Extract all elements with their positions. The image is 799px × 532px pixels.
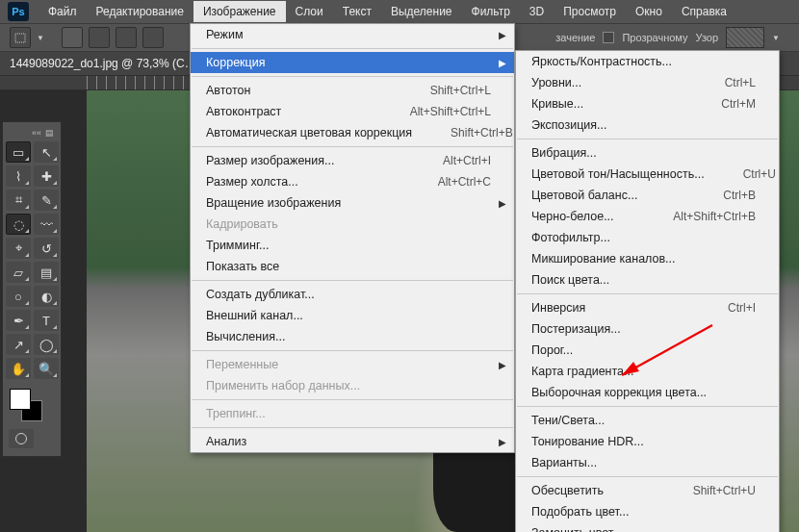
- adjust-menu-item-1[interactable]: Уровни...Ctrl+L: [516, 72, 779, 93]
- tool-eraser[interactable]: ▱: [6, 262, 31, 283]
- image-menu-item-24[interactable]: Анализ▶: [191, 431, 514, 452]
- quick-mask-button[interactable]: [9, 429, 34, 448]
- adjust-menu-item-23[interactable]: ОбесцветитьShift+Ctrl+U: [516, 480, 779, 501]
- tool-eyedropper[interactable]: ✎: [34, 190, 59, 211]
- menu-окно[interactable]: Окно: [626, 1, 672, 22]
- adjust-menu-item-2[interactable]: Кривые...Ctrl+M: [516, 93, 779, 114]
- menu-item-label: Обесцветить: [531, 484, 693, 497]
- adjust-menu-item-21[interactable]: Варианты...: [516, 452, 779, 473]
- menu-item-label: Постеризация...: [531, 322, 756, 336]
- tool-clone[interactable]: ⌖: [6, 238, 31, 259]
- submenu-arrow-icon: ▶: [499, 30, 506, 40]
- color-swatches[interactable]: [6, 387, 58, 425]
- adjust-menu-item-13[interactable]: ИнверсияCtrl+I: [516, 297, 779, 318]
- menu-выделение[interactable]: Выделение: [381, 1, 462, 22]
- adjust-menu-item-25[interactable]: Заменить цвет...: [516, 522, 779, 532]
- adjust-menu-item-6[interactable]: Цветовой тон/Насыщенность...Ctrl+U: [516, 164, 779, 185]
- pattern-swatch[interactable]: [726, 27, 764, 48]
- menu-item-shortcut: Ctrl+L: [725, 76, 756, 89]
- menu-просмотр[interactable]: Просмотр: [554, 1, 626, 22]
- image-menu-item-13[interactable]: Показать все: [191, 256, 514, 277]
- tool-history-brush[interactable]: ↺: [34, 238, 59, 259]
- tool-path-select[interactable]: ↗: [6, 334, 31, 355]
- tool-type[interactable]: T: [34, 310, 59, 331]
- tool-pen[interactable]: ✒: [6, 310, 31, 331]
- tool-lasso[interactable]: ⌇: [6, 165, 31, 187]
- menu-item-shortcut: Shift+Ctrl+B: [451, 126, 513, 139]
- subtract-selection-button[interactable]: [116, 27, 137, 48]
- tools-panel: «« ▤ ▭↖⌇✚⌗✎◌〰⌖↺▱▤○◐✒T↗◯✋🔍: [2, 121, 62, 457]
- adjust-menu-separator: [517, 476, 778, 477]
- adjust-menu-item-24[interactable]: Подобрать цвет...: [516, 501, 779, 522]
- tool-brush[interactable]: 〰: [34, 214, 59, 235]
- panel-menu-icon[interactable]: ▤: [45, 128, 54, 138]
- document-tab[interactable]: 1449089022_do1.jpg @ 73,3% (C…: [10, 57, 196, 70]
- menu-item-shortcut: Alt+Shift+Ctrl+B: [673, 210, 756, 223]
- image-menu-item-8[interactable]: Размер изображения...Alt+Ctrl+I: [191, 150, 514, 171]
- pattern-arrow[interactable]: ▼: [772, 34, 780, 42]
- tool-move[interactable]: ↖: [34, 141, 59, 163]
- image-menu-item-12[interactable]: Тримминг...: [191, 235, 514, 256]
- adjust-menu-item-16[interactable]: Карта градиента...: [516, 361, 779, 382]
- menu-item-label: Цветовой баланс...: [531, 189, 723, 202]
- tool-quick-select[interactable]: ✚: [34, 165, 59, 187]
- image-menu-item-4[interactable]: АвтотонShift+Ctrl+L: [191, 80, 514, 101]
- menu-3d[interactable]: 3D: [520, 1, 554, 22]
- adjust-menu-item-19[interactable]: Тени/Света...: [516, 410, 779, 431]
- new-selection-button[interactable]: [62, 27, 83, 48]
- tool-blur[interactable]: ○: [6, 286, 31, 307]
- foreground-swatch[interactable]: [10, 389, 31, 410]
- menu-справка[interactable]: Справка: [672, 1, 736, 22]
- adjust-menu-separator: [517, 293, 778, 294]
- image-menu-item-16[interactable]: Внешний канал...: [191, 305, 514, 326]
- adjust-menu-item-8[interactable]: Черно-белое...Alt+Shift+Ctrl+B: [516, 206, 779, 227]
- image-menu-separator: [192, 76, 513, 77]
- menu-слои[interactable]: Слои: [286, 1, 333, 22]
- intersect-selection-button[interactable]: [142, 27, 164, 48]
- tool-gradient[interactable]: ▤: [34, 262, 59, 283]
- image-menu-item-0[interactable]: Режим▶: [191, 24, 514, 45]
- adjust-menu-item-10[interactable]: Микширование каналов...: [516, 248, 779, 269]
- image-menu-item-15[interactable]: Создать дубликат...: [191, 284, 514, 305]
- tool-preset-button[interactable]: [10, 27, 31, 48]
- adjust-menu-item-14[interactable]: Постеризация...: [516, 318, 779, 340]
- panel-collapse-icon[interactable]: ««: [32, 128, 41, 138]
- menu-редактирование[interactable]: Редактирование: [87, 1, 193, 22]
- image-menu-item-6[interactable]: Автоматическая цветовая коррекцияShift+C…: [191, 122, 514, 143]
- menu-item-label: Выборочная коррекция цвета...: [531, 386, 756, 399]
- menu-item-label: Треппинг...: [206, 407, 491, 420]
- adjust-menu-item-17[interactable]: Выборочная коррекция цвета...: [516, 382, 779, 403]
- adjust-menu-item-15[interactable]: Порог...: [516, 340, 779, 361]
- adjust-menu-item-9[interactable]: Фотофильтр...: [516, 227, 779, 248]
- menu-item-shortcut: Alt+Ctrl+C: [438, 175, 491, 189]
- menu-текст[interactable]: Текст: [333, 1, 381, 22]
- tool-hand[interactable]: ✋: [6, 358, 31, 379]
- tool-marquee-dotted[interactable]: ◌: [6, 214, 31, 235]
- tool-shape[interactable]: ◯: [34, 334, 59, 355]
- menu-item-label: Размер изображения...: [206, 154, 443, 167]
- adjust-menu-item-0[interactable]: Яркость/Контрастность...: [516, 51, 779, 72]
- image-menu-item-5[interactable]: АвтоконтрастAlt+Shift+Ctrl+L: [191, 101, 514, 122]
- adjust-menu-item-7[interactable]: Цветовой баланс...Ctrl+B: [516, 185, 779, 206]
- pattern-label: Узор: [696, 32, 719, 43]
- menu-фильтр[interactable]: Фильтр: [462, 1, 520, 22]
- image-menu-item-9[interactable]: Размер холста...Alt+Ctrl+C: [191, 171, 514, 192]
- tool-rect-marquee[interactable]: ▭: [6, 141, 31, 163]
- adjust-menu-item-3[interactable]: Экспозиция...: [516, 114, 779, 136]
- menu-item-label: Вычисления...: [206, 330, 491, 343]
- image-menu-item-2[interactable]: Коррекция▶: [191, 52, 514, 73]
- tool-crop[interactable]: ⌗: [6, 190, 31, 211]
- menu-item-label: Карта градиента...: [531, 365, 756, 378]
- tool-zoom[interactable]: 🔍: [34, 358, 59, 379]
- image-menu-item-10[interactable]: Вращение изображения▶: [191, 192, 514, 214]
- tool-preset-arrow[interactable]: ▼: [37, 34, 44, 42]
- add-selection-button[interactable]: [89, 27, 110, 48]
- image-menu-item-17[interactable]: Вычисления...: [191, 326, 514, 347]
- adjust-menu-item-5[interactable]: Вибрация...: [516, 142, 779, 164]
- tool-dodge[interactable]: ◐: [34, 286, 59, 307]
- menu-изображение[interactable]: Изображение: [193, 1, 286, 22]
- adjust-menu-item-11[interactable]: Поиск цвета...: [516, 269, 779, 291]
- transparent-checkbox[interactable]: [603, 32, 614, 43]
- adjust-menu-item-20[interactable]: Тонирование HDR...: [516, 431, 779, 452]
- menu-файл[interactable]: Файл: [39, 1, 87, 22]
